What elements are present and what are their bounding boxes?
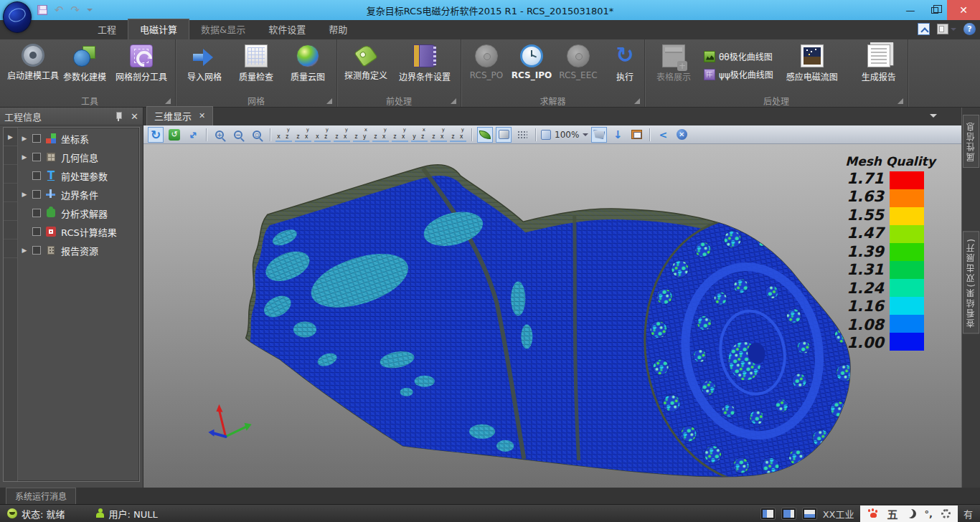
view-yz-button[interactable]: yz x bbox=[372, 128, 389, 142]
tab-data-display[interactable]: 数据&显示 bbox=[189, 19, 257, 39]
punctuation-icon[interactable]: °, bbox=[925, 508, 933, 519]
points-mode-button[interactable] bbox=[514, 127, 530, 143]
dialog-launcher-icon[interactable] bbox=[451, 98, 456, 104]
launch-modeling-tool-button[interactable]: 启动建模工具 bbox=[7, 42, 59, 81]
user-icon bbox=[95, 508, 105, 518]
ribbon: 启动建模工具 参数化建模 网格剖分工具 工具 导入网格 bbox=[0, 39, 980, 108]
rcs-eec-button[interactable]: RCS_EEC bbox=[555, 42, 602, 80]
ime-mode-label[interactable]: 五 bbox=[887, 506, 898, 521]
close-view-button[interactable]: ✕ bbox=[674, 127, 689, 143]
tab-property-info[interactable]: 属性信息 bbox=[963, 115, 979, 168]
theta-polarization-curve-button[interactable]: θθ极化曲线图 bbox=[704, 50, 773, 62]
checkbox[interactable] bbox=[32, 153, 41, 161]
zoom-in-button[interactable]: + bbox=[212, 127, 227, 143]
export-down-button[interactable]: ↓ bbox=[610, 127, 626, 143]
view-zy-button[interactable]: xz y bbox=[353, 128, 369, 142]
tree-item-coordinate-system[interactable]: ▶ 坐标系 bbox=[18, 129, 139, 148]
tab-view-results[interactable]: 查看结果(双击展开) bbox=[963, 231, 979, 333]
minimize-button[interactable]: — bbox=[898, 0, 923, 20]
view-iso1-button[interactable]: yz x bbox=[392, 128, 408, 142]
root-expander[interactable]: ▶ bbox=[4, 128, 17, 146]
help-icon[interactable]: ? bbox=[963, 23, 976, 35]
tab-system-messages[interactable]: 系统运行消息 bbox=[6, 488, 76, 504]
psi-polarization-curve-button[interactable]: ψψ极化曲线图 bbox=[704, 68, 773, 80]
view-xy-button[interactable]: yx z bbox=[275, 128, 292, 142]
layout-left-panel-icon[interactable] bbox=[760, 508, 776, 520]
restore-button[interactable] bbox=[923, 0, 947, 20]
clock-icon bbox=[520, 44, 543, 67]
group-label-solver: 求解器 bbox=[464, 94, 641, 107]
tree-item-geometry-info[interactable]: ▶ 几何信息 bbox=[18, 148, 139, 166]
view-yx-button[interactable]: yz x bbox=[295, 128, 311, 142]
dialog-launcher-icon[interactable] bbox=[165, 98, 171, 104]
pin-icon[interactable] bbox=[115, 111, 122, 121]
layout-bottom-panel-icon[interactable] bbox=[802, 508, 817, 520]
checkbox[interactable] bbox=[32, 171, 41, 180]
tab-list-dropdown-icon[interactable] bbox=[930, 114, 937, 121]
tab-help[interactable]: 帮助 bbox=[317, 19, 359, 39]
view-iso3-button[interactable]: yz x bbox=[430, 128, 447, 142]
expander-icon[interactable]: ▶ bbox=[21, 135, 28, 142]
fit-view-button[interactable]: ↔ bbox=[185, 127, 201, 143]
sync-icon: ↺ bbox=[169, 129, 180, 141]
tab-em-compute[interactable]: 电磁计算 bbox=[128, 19, 189, 39]
tree-item-rcs-results[interactable]: RCS计算结果 bbox=[18, 222, 139, 241]
tree-item-report-resources[interactable]: ▶ 报告资源 bbox=[18, 241, 139, 260]
checkbox[interactable] bbox=[32, 209, 41, 217]
checkbox[interactable] bbox=[32, 190, 41, 199]
wireframe-mode-button[interactable] bbox=[496, 127, 512, 143]
close-tab-icon[interactable]: ✕ bbox=[199, 111, 205, 120]
transparency-combo[interactable]: 100% bbox=[541, 127, 588, 143]
checkbox[interactable] bbox=[32, 227, 41, 236]
layout-split-panel-icon[interactable] bbox=[781, 508, 796, 520]
view-xz-button[interactable]: yx z bbox=[314, 128, 331, 142]
execute-button[interactable]: ↻ 执行 bbox=[608, 42, 641, 82]
dialog-launcher-icon[interactable] bbox=[634, 98, 640, 104]
copy-view-button[interactable] bbox=[628, 127, 644, 143]
3d-viewport[interactable]: Mesh Quality 1.71 1.63 1.55 1.47 1.39 1.… bbox=[143, 144, 961, 488]
expander-icon[interactable]: ▶ bbox=[21, 247, 28, 254]
rcs-ipo-button[interactable]: RCS_IPO bbox=[509, 42, 555, 80]
zoom-out-button[interactable]: − bbox=[230, 127, 246, 143]
zoom-window-button[interactable]: ▫ bbox=[249, 127, 265, 143]
close-button[interactable]: ✕ bbox=[947, 0, 980, 20]
dialog-launcher-icon[interactable] bbox=[897, 98, 903, 104]
moon-icon[interactable] bbox=[907, 509, 916, 518]
collapse-ribbon-icon[interactable] bbox=[918, 23, 930, 35]
baidu-paw-icon[interactable] bbox=[867, 508, 879, 518]
probe-angle-button[interactable]: 探测角定义 bbox=[340, 42, 392, 81]
app-logo[interactable] bbox=[3, 1, 32, 33]
view-zx-button[interactable]: yz x bbox=[334, 128, 350, 142]
checkbox[interactable] bbox=[32, 246, 41, 255]
tab-project[interactable]: 工程 bbox=[86, 19, 128, 39]
rcs-po-button[interactable]: RCS_PO bbox=[464, 42, 509, 80]
snapshot-button[interactable] bbox=[591, 127, 607, 143]
parametric-modeling-button[interactable]: 参数化建模 bbox=[59, 42, 110, 82]
quality-check-button[interactable]: 质量检查 bbox=[230, 42, 282, 82]
induced-current-map-button[interactable]: 感应电磁流图 bbox=[778, 42, 847, 82]
shaded-mode-button[interactable] bbox=[477, 127, 493, 143]
share-button[interactable]: < bbox=[655, 127, 671, 143]
checkbox[interactable] bbox=[32, 134, 41, 143]
tree-item-preprocess-params[interactable]: T 前处理参数 bbox=[18, 166, 139, 185]
view-iso2-button[interactable]: xy z bbox=[411, 128, 428, 142]
boundary-settings-button[interactable]: 边界条件设置 bbox=[392, 42, 458, 82]
table-display-button[interactable]: 表格展示 bbox=[648, 42, 699, 82]
tree-item-analysis-solver[interactable]: 分析求解器 bbox=[18, 204, 139, 222]
tab-3d-display[interactable]: 三维显示 ✕ bbox=[146, 106, 213, 125]
tree-item-boundary-conditions[interactable]: ▶ 边界条件 bbox=[18, 185, 139, 204]
view-iso4-button[interactable]: yz x bbox=[450, 128, 466, 142]
mesh-partition-tool-button[interactable]: 网格剖分工具 bbox=[110, 42, 172, 82]
ime-gear-icon[interactable] bbox=[941, 509, 951, 518]
generate-report-button[interactable]: 生成报告 bbox=[853, 42, 905, 82]
expander-icon[interactable]: ▶ bbox=[21, 153, 28, 161]
tab-settings[interactable]: 软件设置 bbox=[257, 19, 317, 39]
quality-cloud-button[interactable]: 质量云图 bbox=[282, 42, 334, 82]
refresh-view-button[interactable]: ↺ bbox=[166, 127, 182, 143]
dialog-launcher-icon[interactable] bbox=[326, 98, 332, 104]
rotate-view-button[interactable]: ↻ bbox=[148, 127, 164, 143]
import-mesh-button[interactable]: 导入网格 bbox=[179, 42, 230, 82]
close-panel-icon[interactable]: ✕ bbox=[131, 112, 138, 121]
expander-icon[interactable]: ▶ bbox=[21, 191, 28, 198]
window-style-button[interactable] bbox=[937, 24, 956, 34]
